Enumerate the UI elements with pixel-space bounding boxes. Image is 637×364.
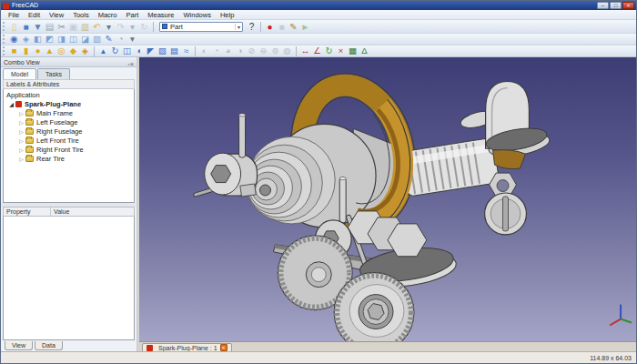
part-box-icon[interactable]: ■ <box>8 46 20 56</box>
property-column[interactable]: Property <box>4 207 51 216</box>
workbench-selector[interactable]: Part ▾ <box>159 22 243 32</box>
property-editor[interactable] <box>3 217 135 340</box>
print-icon[interactable]: ▤ <box>44 21 56 33</box>
new-file-icon[interactable]: ▯ <box>8 21 20 33</box>
measure-angular-icon[interactable]: ∠ <box>311 46 323 56</box>
tree-item-left-fuselage[interactable]: Left Fuselage <box>4 117 134 126</box>
undo-icon[interactable]: ↶ <box>91 21 103 33</box>
close-button[interactable]: × <box>622 2 634 9</box>
menu-tools[interactable]: Tools <box>68 10 94 20</box>
toolbar-grip[interactable] <box>3 35 6 44</box>
menu-view[interactable]: View <box>45 10 68 20</box>
undo-menu-arrow-icon[interactable]: ▾ <box>103 21 115 33</box>
fit-all-icon[interactable]: ◉ <box>8 34 20 45</box>
view-menu-arrow-icon[interactable]: ▾ <box>126 34 138 45</box>
tree-root-application[interactable]: Application <box>4 90 134 99</box>
tree-item-spark-plug-plane[interactable]: Spark-Plug-Plane <box>4 99 134 108</box>
close-document-icon[interactable]: × <box>220 344 228 351</box>
part-torus-icon[interactable]: ◎ <box>56 46 67 56</box>
menu-file[interactable]: File <box>4 10 24 20</box>
toggle-3d-measurement-icon[interactable]: ▦ <box>347 46 359 56</box>
section-icon[interactable]: ⊘ <box>246 46 258 56</box>
collapse-arrow-icon[interactable] <box>18 119 25 126</box>
minimize-button[interactable]: – <box>597 2 609 9</box>
value-column[interactable]: Value <box>51 207 134 216</box>
tree-item-main-frame[interactable]: Main Frame <box>4 108 134 117</box>
tree-item-left-front-tire[interactable]: Left Front Tire <box>4 136 134 145</box>
loft-icon[interactable]: ▤ <box>168 46 180 56</box>
menu-edit[interactable]: Edit <box>24 10 45 20</box>
model-pin-mid[interactable] <box>339 177 346 222</box>
part-sphere-icon[interactable]: ● <box>32 46 44 56</box>
chevron-down-icon[interactable]: ▾ <box>235 24 240 30</box>
extrude-icon[interactable]: ▴ <box>97 46 109 56</box>
make-face-icon[interactable]: ▨ <box>157 46 168 56</box>
copy-icon[interactable]: ▣ <box>67 21 79 33</box>
axonometric-view-icon[interactable]: ◈ <box>20 34 32 45</box>
spark-plug-plane-model[interactable] <box>139 57 636 341</box>
paste-icon[interactable]: ▥ <box>79 21 91 33</box>
collapse-arrow-icon[interactable] <box>18 128 25 135</box>
boolean-icon[interactable]: ◐ <box>198 46 210 56</box>
toolbar-grip[interactable] <box>3 22 6 31</box>
collapse-arrow-icon[interactable] <box>18 147 25 153</box>
model-front-plug[interactable] <box>196 153 258 197</box>
thickness-icon[interactable]: ◍ <box>281 46 293 56</box>
tree-item-rear-tire[interactable]: Rear Tire <box>4 154 134 163</box>
maximize-button[interactable]: □ <box>610 2 622 9</box>
part-primitives-icon[interactable]: ◆ <box>67 46 79 56</box>
clipping-plane-icon[interactable]: ◔ <box>115 34 126 45</box>
tab-model[interactable]: Model <box>3 68 36 79</box>
model-pin-front[interactable] <box>239 114 246 157</box>
fillet-icon[interactable]: ◖ <box>133 46 145 56</box>
part-cylinder-icon[interactable]: ▮ <box>20 46 32 56</box>
refresh-measurement-icon[interactable]: ↻ <box>323 46 335 56</box>
toggle-delta-measurement-icon[interactable]: Δ <box>359 46 370 56</box>
front-view-icon[interactable]: ◧ <box>32 34 44 45</box>
collapse-arrow-icon[interactable] <box>18 110 25 116</box>
combo-view-header[interactable]: Combo View ▫× <box>1 57 136 67</box>
menu-part[interactable]: Part <box>122 10 144 20</box>
tab-tasks[interactable]: Tasks <box>37 68 70 79</box>
title-bar[interactable]: FreeCAD –□× <box>1 1 636 10</box>
right-view-icon[interactable]: ◨ <box>56 34 67 45</box>
menu-help[interactable]: Help <box>216 10 238 20</box>
top-view-icon[interactable]: ◩ <box>44 34 56 45</box>
expand-arrow-icon[interactable] <box>8 101 15 107</box>
boolean-union-icon[interactable]: ◕ <box>222 46 234 56</box>
cut-icon[interactable]: ✂ <box>56 21 67 33</box>
cross-sections-icon[interactable]: ⊖ <box>258 46 269 56</box>
menu-windows[interactable]: Windows <box>178 10 215 20</box>
run-macro-icon[interactable]: ► <box>299 21 311 33</box>
redo-icon[interactable]: ↷ <box>115 21 126 33</box>
part-cone-icon[interactable]: ▲ <box>44 46 56 56</box>
tab-data[interactable]: Data <box>35 341 63 350</box>
tree-item-right-front-tire[interactable]: Right Front Tire <box>4 145 134 154</box>
record-macro-icon[interactable]: ● <box>264 21 276 33</box>
rear-view-icon[interactable]: ◫ <box>67 34 79 45</box>
refresh-icon[interactable]: ↻ <box>138 21 150 33</box>
3d-viewport[interactable] <box>139 57 636 341</box>
menu-measure[interactable]: Measure <box>143 10 178 20</box>
boolean-cut-icon[interactable]: ◔ <box>210 46 222 56</box>
edit-macro-icon[interactable]: ✎ <box>288 21 299 33</box>
clear-measurement-icon[interactable]: × <box>335 46 347 56</box>
sweep-icon[interactable]: ≈ <box>180 46 192 56</box>
offset-icon[interactable]: ⊚ <box>269 46 281 56</box>
toolbar-grip[interactable] <box>3 46 6 56</box>
open-file-icon[interactable]: ■ <box>20 21 32 33</box>
bottom-view-icon[interactable]: ◪ <box>79 34 91 45</box>
stop-macro-icon[interactable]: ■ <box>276 21 288 33</box>
menu-macro[interactable]: Macro <box>94 10 122 20</box>
left-view-icon[interactable]: ▥ <box>91 34 103 45</box>
tree-item-right-fuselage[interactable]: Right Fuselage <box>4 126 134 136</box>
measure-sketch-icon[interactable]: ✎ <box>103 34 115 45</box>
chamfer-icon[interactable]: ◤ <box>145 46 157 56</box>
close-panel-icon[interactable]: × <box>130 61 134 67</box>
revolve-icon[interactable]: ↻ <box>109 46 121 56</box>
tab-view[interactable]: View <box>5 341 33 350</box>
boolean-common-icon[interactable]: ◑ <box>234 46 246 56</box>
whats-this-icon[interactable]: ? <box>246 21 258 33</box>
collapse-arrow-icon[interactable] <box>18 137 25 144</box>
redo-menu-arrow-icon[interactable]: ▾ <box>126 21 138 33</box>
